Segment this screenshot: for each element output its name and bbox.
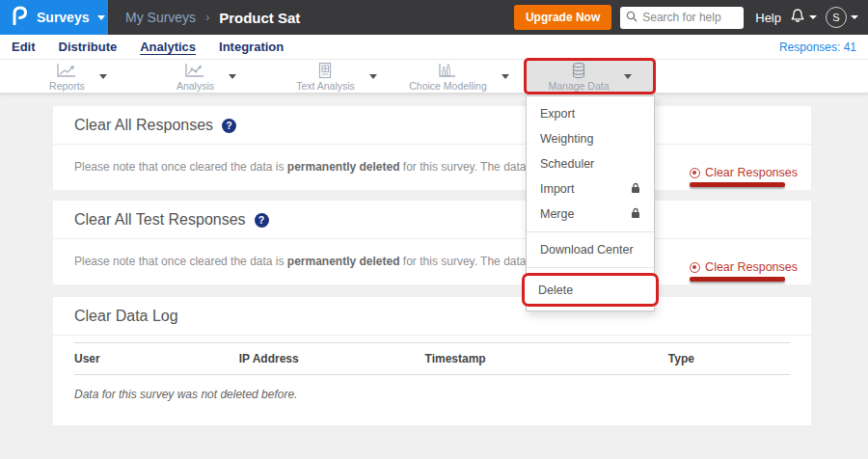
clear-test-responses-action: Clear Responses — [690, 260, 798, 282]
bell-icon — [790, 8, 805, 28]
choice-modelling-label: Choice Modelling — [409, 80, 487, 92]
log-empty-message: Data for this survey was not deleted bef… — [74, 388, 790, 401]
column-user: User — [74, 352, 239, 365]
menu-item-scheduler[interactable]: Scheduler — [527, 151, 654, 176]
breadcrumb-current-survey: Product Sat — [219, 10, 300, 26]
column-timestamp: Timestamp — [425, 352, 668, 365]
section-body: Please note that once cleared the data i… — [53, 239, 811, 297]
clear-responses-link[interactable]: Clear Responses — [690, 166, 798, 179]
help-search[interactable] — [620, 7, 744, 29]
choice-modelling-dropdown-caret[interactable] — [502, 74, 509, 79]
avatar: S — [826, 7, 847, 28]
section-header: Clear All Responses ? — [53, 106, 811, 145]
clear-all-test-responses-section: Clear All Test Responses ? Please note t… — [53, 201, 811, 284]
clear-responses-link[interactable]: Clear Responses — [690, 260, 798, 274]
survey-nav: Edit Distribute Analytics Integration Re… — [0, 35, 868, 60]
upgrade-now-button[interactable]: Upgrade Now — [514, 5, 611, 30]
help-question-icon[interactable]: ? — [255, 213, 269, 228]
menu-item-label: Export — [540, 107, 575, 121]
product-switcher[interactable]: Surveys — [0, 0, 108, 35]
toolbar-group-reports: Reports — [21, 61, 135, 93]
section-body: Please note that once cleared the data i… — [53, 145, 811, 202]
delete-annotation-box: Delete — [522, 273, 659, 307]
notifications-button[interactable] — [790, 8, 817, 28]
document-grid-icon — [317, 62, 333, 79]
manage-data-dropdown-caret[interactable] — [624, 74, 632, 79]
reports-label: Reports — [49, 80, 85, 92]
section-title: Clear All Test Responses — [74, 211, 246, 229]
chevron-down-icon — [809, 15, 817, 19]
clear-responses-label: Clear Responses — [705, 260, 798, 274]
reports-button[interactable]: Reports — [49, 63, 85, 92]
choice-modelling-button[interactable]: Choice Modelling — [409, 63, 487, 92]
topbar-actions: Upgrade Now Help S — [514, 0, 858, 35]
column-ip-address: IP Address — [239, 352, 425, 365]
section-header: Clear Data Log — [53, 297, 811, 336]
section-title: Clear Data Log — [74, 308, 178, 325]
log-table-header: User IP Address Timestamp Type — [74, 342, 790, 375]
toolbar-group-choice-modelling: Choice Modelling — [400, 61, 518, 93]
toolbar-group-text-analysis: Text Analysis — [280, 61, 393, 93]
help-question-icon[interactable]: ? — [222, 119, 236, 133]
menu-item-weighting[interactable]: Weighting — [527, 126, 654, 151]
manage-data-button[interactable]: Manage Data — [548, 62, 609, 92]
red-underline-annotation — [690, 277, 784, 282]
analysis-label: Analysis — [176, 80, 214, 92]
chevron-down-icon — [851, 15, 858, 19]
menu-item-label: Delete — [538, 284, 573, 297]
analytics-toolbar: Reports Analysis Text Analysis Choice Mo… — [0, 60, 868, 94]
menu-item-label: Scheduler — [540, 157, 594, 171]
lock-icon — [631, 207, 640, 222]
tab-distribute[interactable]: Distribute — [59, 40, 118, 54]
red-underline-annotation — [690, 182, 784, 187]
column-type: Type — [668, 352, 790, 365]
menu-item-export[interactable]: Export — [527, 101, 654, 126]
menu-divider — [527, 267, 654, 268]
breadcrumb: My Surveys › Product Sat — [125, 0, 300, 35]
menu-item-merge[interactable]: Merge — [527, 202, 654, 227]
clear-data-log-section: Clear Data Log User IP Address Timestamp… — [53, 297, 811, 425]
text-analysis-button[interactable]: Text Analysis — [296, 62, 355, 92]
line-chart-icon — [56, 63, 77, 79]
clear-responses-action: Clear Responses — [690, 166, 798, 187]
product-switcher-label: Surveys — [37, 10, 89, 25]
clear-all-responses-section: Clear All Responses ? Please note that o… — [53, 106, 811, 190]
menu-divider — [527, 231, 654, 232]
breadcrumb-my-surveys[interactable]: My Surveys — [125, 10, 196, 25]
breadcrumb-separator: › — [205, 11, 209, 24]
manage-data-menu: Export Weighting Scheduler Import Merge … — [526, 95, 655, 311]
menu-item-label: Merge — [540, 207, 574, 221]
clear-target-icon — [690, 262, 700, 273]
text-analysis-label: Text Analysis — [296, 80, 355, 92]
scatter-chart-icon — [184, 63, 205, 79]
help-link[interactable]: Help — [755, 11, 781, 25]
reports-dropdown-caret[interactable] — [99, 74, 107, 79]
menu-item-label: Import — [540, 182, 574, 196]
clear-responses-label: Clear Responses — [705, 166, 798, 179]
tab-edit[interactable]: Edit — [12, 40, 36, 54]
menu-item-label: Weighting — [540, 132, 593, 146]
analysis-dropdown-caret[interactable] — [229, 74, 236, 79]
account-menu-button[interactable]: S — [826, 7, 858, 28]
tab-analytics[interactable]: Analytics — [140, 40, 196, 54]
clear-target-icon — [690, 168, 700, 178]
responses-count[interactable]: Responses: 41 — [779, 40, 856, 54]
lock-icon — [631, 182, 640, 197]
menu-item-download-center[interactable]: Download Center — [527, 237, 654, 262]
analysis-button[interactable]: Analysis — [176, 63, 214, 92]
search-icon — [626, 9, 637, 26]
manage-data-label: Manage Data — [548, 80, 609, 92]
toolbar-group-manage-data: Manage Data — [524, 58, 656, 94]
help-search-input[interactable] — [642, 11, 738, 24]
chevron-down-icon — [97, 15, 105, 20]
section-title: Clear All Responses — [74, 117, 213, 134]
menu-item-delete[interactable]: Delete — [525, 276, 656, 304]
top-bar: Surveys My Surveys › Product Sat Upgrade… — [0, 0, 868, 35]
bar-chart-icon — [438, 63, 457, 79]
section-header: Clear All Test Responses ? — [53, 201, 811, 239]
database-icon — [570, 62, 587, 79]
menu-item-label: Download Center — [540, 243, 634, 256]
menu-item-import[interactable]: Import — [527, 176, 654, 202]
text-analysis-dropdown-caret[interactable] — [369, 74, 377, 79]
tab-integration[interactable]: Integration — [219, 40, 284, 54]
